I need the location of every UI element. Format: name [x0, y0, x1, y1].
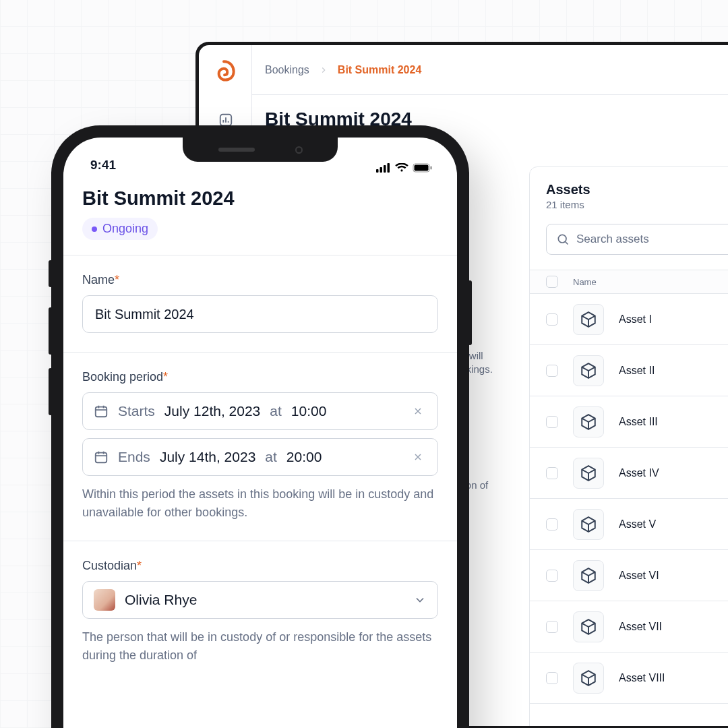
asset-name: Asset V — [619, 518, 656, 530]
svg-rect-2 — [376, 169, 379, 173]
svg-point-1 — [558, 235, 566, 243]
asset-thumb — [573, 304, 604, 335]
chevron-down-icon — [413, 593, 427, 607]
period-label: Booking period* — [82, 370, 438, 384]
chevron-right-icon — [319, 65, 328, 75]
select-all-checkbox[interactable] — [546, 276, 558, 288]
assets-search-input[interactable]: Search assets — [546, 224, 728, 255]
asset-checkbox[interactable] — [546, 621, 558, 633]
asset-thumb — [573, 560, 604, 591]
svg-rect-8 — [431, 166, 432, 170]
calendar-icon — [94, 450, 109, 464]
page-title: Bit Summit 2024 — [82, 187, 438, 210]
breadcrumb-parent[interactable]: Bookings — [265, 64, 309, 76]
cube-icon — [580, 311, 597, 328]
asset-row[interactable]: Asset VII — [530, 601, 728, 653]
asset-name: Asset VIII — [619, 672, 665, 684]
column-name: Name — [573, 277, 597, 287]
asset-checkbox[interactable] — [546, 416, 558, 428]
asset-checkbox[interactable] — [546, 570, 558, 582]
wifi-icon — [395, 163, 408, 173]
asset-checkbox[interactable] — [546, 467, 558, 479]
close-icon — [413, 406, 423, 417]
custodian-label: Custodian* — [82, 559, 438, 573]
assets-panel: Assets 21 items Search assets Name Asset… — [529, 166, 728, 728]
asset-name: Asset II — [619, 365, 655, 377]
asset-row[interactable]: Asset IV — [530, 448, 728, 499]
custodian-select[interactable]: Olivia Rhye — [82, 581, 438, 619]
status-dot-icon — [92, 226, 97, 232]
assets-heading: Assets — [546, 182, 728, 198]
period-help-text: Within this period the assets in this bo… — [82, 485, 438, 522]
asset-checkbox[interactable] — [546, 365, 558, 377]
battery-icon — [413, 163, 433, 173]
clear-start-button[interactable] — [409, 402, 427, 420]
svg-rect-3 — [380, 167, 383, 173]
status-badge: Ongoing — [82, 218, 158, 240]
asset-thumb — [573, 458, 604, 489]
asset-row[interactable]: Asset I — [530, 294, 728, 345]
asset-thumb — [573, 611, 604, 642]
asset-row[interactable]: Asset VI — [530, 550, 728, 601]
start-date-input[interactable]: Starts July 12th, 2023 at 10:00 — [82, 392, 438, 430]
assets-count: 21 items — [546, 199, 728, 210]
asset-row[interactable]: Asset II — [530, 345, 728, 396]
cube-icon — [580, 464, 597, 482]
asset-name: Asset III — [619, 416, 658, 428]
status-icons — [376, 163, 433, 173]
cube-icon — [580, 413, 597, 431]
asset-thumb — [573, 355, 604, 386]
app-logo-icon — [210, 57, 238, 86]
cube-icon — [580, 567, 597, 584]
cube-icon — [580, 362, 597, 380]
asset-name: Asset IV — [619, 467, 659, 479]
cube-icon — [580, 669, 597, 687]
asset-thumb — [573, 406, 604, 437]
svg-rect-10 — [96, 453, 107, 463]
name-input[interactable] — [82, 295, 438, 333]
status-time: 9:41 — [90, 158, 116, 173]
calendar-icon — [94, 404, 109, 419]
asset-name: Asset I — [619, 313, 652, 326]
phone-frame: 9:41 Bit Summit 2024 Ongoing Name* Book — [51, 125, 469, 728]
asset-checkbox[interactable] — [546, 313, 558, 326]
search-icon — [556, 233, 570, 246]
clear-end-button[interactable] — [409, 448, 427, 466]
asset-name: Asset VII — [619, 621, 662, 633]
svg-rect-4 — [384, 165, 386, 173]
end-date-input[interactable]: Ends July 14th, 2023 at 20:00 — [82, 438, 438, 476]
svg-rect-9 — [96, 407, 107, 417]
asset-row[interactable]: Asset III — [530, 396, 728, 448]
asset-checkbox[interactable] — [546, 672, 558, 684]
asset-row[interactable]: Asset V — [530, 499, 728, 550]
close-icon — [413, 452, 423, 462]
cube-icon — [580, 618, 597, 636]
svg-rect-7 — [415, 165, 429, 171]
asset-name: Asset VI — [619, 570, 659, 582]
svg-rect-5 — [388, 163, 390, 173]
name-label: Name* — [82, 273, 438, 287]
asset-thumb — [573, 663, 604, 694]
asset-row[interactable]: Asset VIII — [530, 653, 728, 704]
cube-icon — [580, 516, 597, 533]
custodian-help-text: The person that will be in custody of or… — [82, 628, 438, 665]
search-placeholder: Search assets — [576, 233, 649, 246]
breadcrumb-current: Bit Summit 2024 — [338, 64, 421, 76]
asset-thumb — [573, 509, 604, 540]
breadcrumb: Bookings Bit Summit 2024 — [251, 45, 728, 95]
signal-icon — [376, 163, 391, 173]
asset-checkbox[interactable] — [546, 518, 558, 530]
avatar — [94, 589, 115, 611]
